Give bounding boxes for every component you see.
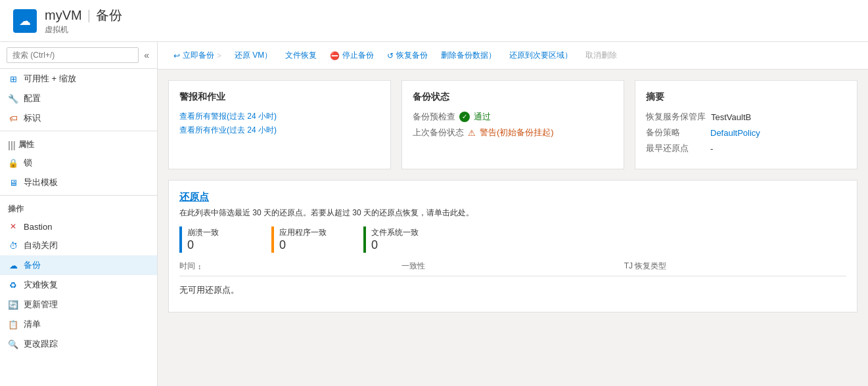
summary-panel: 摘要 恢复服务保管库 TestVaultB 备份策略 DefaultPolicy… [635, 80, 857, 169]
earliest-row: 最早还原点 - [646, 142, 846, 154]
backup-status-title: 备份状态 [413, 91, 613, 103]
sidebar-item-lock[interactable]: 🔒 锁 [0, 153, 157, 173]
bastion-icon: ✕ [8, 221, 18, 232]
restore-section: 还原点 在此列表中筛选最近 30 天的还原点。若要从超过 30 天的还原点恢复，… [168, 180, 857, 312]
last-backup-value: 警告(初始备份挂起) [480, 127, 554, 139]
lock-icon: 🔒 [8, 158, 18, 168]
policy-value[interactable]: DefaultPolicy [710, 128, 760, 138]
sidebar-section-operations: 操作 [0, 198, 157, 217]
sidebar-collapse-button[interactable]: « [143, 49, 150, 62]
page-subtitle: 虚拟机 [45, 24, 122, 35]
sidebar-item-backup[interactable]: ☁ 备份 [0, 255, 157, 275]
main-content: ↩ 立即备份 > 还原 VM） 文件恢复 ⛔ 停止备份 ↺ 恢复备份 删除备份数… [158, 42, 868, 386]
delete-backup-button[interactable]: 删除备份数据） [436, 47, 501, 64]
sidebar-item-label: 备份 [24, 259, 41, 271]
file-restore-button[interactable]: 文件恢复 [280, 47, 322, 64]
sidebar-item-label: 可用性 + 缩放 [24, 73, 76, 85]
sidebar-item-bastion[interactable]: ✕ Bastion [0, 217, 157, 236]
instant-backup-icon: ↩ [173, 51, 180, 60]
last-backup-label: 上次备份状态 [413, 127, 464, 139]
sidebar: « ⊞ 可用性 + 缩放 🔧 配置 🏷 标识 ||| 属性 🔒 锁 🖥 导出模板 [0, 42, 158, 386]
app-count: 0 [279, 238, 327, 252]
sidebar-item-label: 更改跟踪 [24, 338, 58, 350]
sidebar-item-tags[interactable]: 🏷 标识 [0, 108, 157, 128]
app-label: 应用程序一致 [279, 227, 327, 238]
restore-secondary-button[interactable]: 还原到次要区域） [504, 47, 578, 64]
col-type: TJ 恢复类型 [624, 261, 846, 272]
sidebar-item-availability[interactable]: ⊞ 可用性 + 缩放 [0, 69, 157, 89]
restore-vm-button[interactable]: 还原 VM） [229, 47, 277, 64]
tags-icon: 🏷 [8, 113, 18, 123]
instant-backup-button[interactable]: ↩ 立即备份 > [168, 47, 227, 64]
changetrack-icon: 🔍 [8, 339, 18, 349]
header-text: myVM | 备份 虚拟机 [45, 7, 122, 35]
sidebar-item-label: 配置 [24, 93, 41, 104]
sidebar-item-label: 锁 [24, 157, 32, 169]
restore-stats: 崩溃一致 0 应用程序一致 0 文件系统一致 [179, 226, 846, 253]
sidebar-item-inventory[interactable]: 📋 清单 [0, 314, 157, 334]
precheck-check-icon: ✓ [459, 112, 470, 122]
policy-row: 备份策略 DefaultPolicy [646, 127, 846, 139]
sidebar-item-label: 更新管理 [24, 299, 58, 311]
alerts-title: 警报和作业 [179, 91, 380, 103]
alerts-panel: 警报和作业 查看所有警报(过去 24 小时) 查看所有作业(过去 24 小时) [168, 80, 391, 169]
search-input[interactable] [7, 47, 139, 63]
sidebar-item-label: 清单 [24, 318, 41, 330]
vm-name: myVM [45, 8, 82, 23]
alerts-link1[interactable]: 查看所有警报(过去 24 小时) [179, 111, 380, 122]
fs-bar [363, 226, 366, 253]
sidebar-item-label: 标识 [24, 112, 41, 124]
crash-count: 0 [187, 238, 219, 252]
restore-desc: 在此列表中筛选最近 30 天的还原点。若要从超过 30 天的还原点恢复，请单击此… [179, 207, 846, 219]
restore-stat-app: 应用程序一致 0 [271, 226, 363, 253]
precheck-value: 通过 [474, 111, 491, 123]
restore-stat-crash: 崩溃一致 0 [179, 226, 271, 253]
sidebar-item-config[interactable]: 🔧 配置 [0, 89, 157, 108]
restore-stat-fs: 文件系统一致 0 [363, 226, 455, 253]
stop-backup-button[interactable]: ⛔ 停止备份 [325, 47, 379, 64]
restore-table-empty: 无可用还原点。 [179, 279, 846, 301]
export-icon: 🖥 [8, 177, 18, 188]
sidebar-item-label: Bastion [24, 222, 52, 232]
vault-value: TestVaultB [711, 112, 751, 122]
panels-row: 警报和作业 查看所有警报(过去 24 小时) 查看所有作业(过去 24 小时) … [168, 80, 857, 169]
sidebar-search-area: « [0, 42, 157, 69]
sidebar-item-label: 灾难恢复 [24, 279, 58, 291]
sidebar-item-update[interactable]: 🔄 更新管理 [0, 295, 157, 314]
alerts-link2[interactable]: 查看所有作业(过去 24 小时) [179, 125, 380, 136]
fs-label: 文件系统一致 [371, 227, 419, 238]
page-header: ☁ myVM | 备份 虚拟机 [0, 0, 868, 42]
restore-icon: ↺ [387, 51, 394, 60]
config-icon: 🔧 [8, 93, 18, 104]
sort-icon[interactable]: ↕ [198, 263, 202, 270]
sidebar-item-autoshutdown[interactable]: ⏱ 自动关闭 [0, 236, 157, 255]
restore-backup-button[interactable]: ↺ 恢复备份 [382, 47, 433, 64]
vm-icon: ☁ [13, 9, 37, 33]
page-title: 备份 [96, 7, 122, 24]
col-consistency: 一致性 [401, 261, 624, 272]
earliest-label: 最早还原点 [646, 142, 705, 154]
earliest-value: - [710, 144, 713, 154]
backup-status-panel: 备份状态 备份预检查 ✓ 通过 上次备份状态 ⚠ 警告(初始备份挂起) [401, 80, 624, 169]
sidebar-item-export[interactable]: 🖥 导出模板 [0, 173, 157, 192]
backup-icon: ☁ [8, 260, 18, 270]
sidebar-item-disaster[interactable]: ♻ 灾难恢复 [0, 275, 157, 295]
summary-title: 摘要 [646, 91, 846, 103]
sidebar-item-changetrack[interactable]: 🔍 更改跟踪 [0, 334, 157, 354]
update-icon: 🔄 [8, 299, 18, 310]
precheck-row: 备份预检查 ✓ 通过 [413, 111, 613, 123]
disaster-icon: ♻ [8, 280, 18, 290]
fs-count: 0 [371, 238, 419, 252]
restore-title[interactable]: 还原点 [179, 191, 846, 204]
cancel-delete-button[interactable]: 取消删除 [580, 47, 622, 64]
availability-icon: ⊞ [8, 74, 18, 84]
autoshutdown-icon: ⏱ [8, 240, 18, 251]
header-divider: | [87, 8, 91, 23]
stop-icon: ⛔ [330, 51, 340, 60]
vault-row: 恢复服务保管库 TestVaultB [646, 111, 846, 123]
col-time: 时间 ↕ [179, 261, 401, 272]
policy-label: 备份策略 [646, 127, 705, 139]
crash-bar [179, 226, 182, 253]
content-body: 警报和作业 查看所有警报(过去 24 小时) 查看所有作业(过去 24 小时) … [158, 70, 868, 386]
crash-label: 崩溃一致 [187, 227, 219, 238]
